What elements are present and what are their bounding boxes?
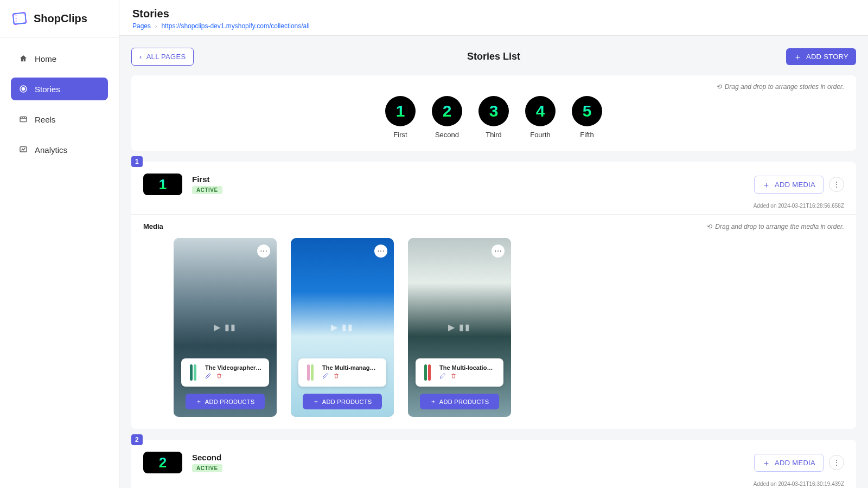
- plus-icon: ＋: [430, 397, 436, 406]
- plus-icon: ＋: [762, 181, 770, 189]
- nav-item-reels[interactable]: Reels: [11, 108, 108, 131]
- analytics-icon: [18, 145, 28, 155]
- product-thumb-icon: [420, 362, 435, 383]
- status-badge: ACTIVE: [192, 186, 222, 194]
- delete-product-button[interactable]: [333, 373, 340, 381]
- stories-list-title: Stories List: [467, 51, 520, 62]
- breadcrumb: Pages › https://shopclips-dev1.myshopify…: [132, 22, 855, 30]
- story-circle[interactable]: 3Third: [478, 96, 509, 139]
- stories-icon: [18, 84, 28, 94]
- chevron-right-icon: ›: [155, 23, 157, 29]
- all-pages-button[interactable]: ‹ ALL PAGES: [131, 48, 194, 66]
- story-circle[interactable]: 5Fifth: [572, 96, 602, 139]
- media-card[interactable]: ⋯ ▶ ▮▮ The Videographer…: [174, 238, 277, 417]
- nav-item-home[interactable]: Home: [11, 47, 108, 70]
- stories-hint-text: Drag and drop to arrange stories in orde…: [725, 83, 844, 91]
- media-grid: ⋯ ▶ ▮▮ The Videographer…: [143, 238, 844, 417]
- story-thumb: 1: [143, 174, 182, 195]
- sidebar-nav: Home Stories Reels Analytics: [0, 37, 119, 171]
- add-media-label: ADD MEDIA: [775, 459, 815, 467]
- story-index-badge: 1: [131, 156, 143, 167]
- nav-label: Reels: [35, 115, 55, 124]
- content-toolbar: ‹ ALL PAGES Stories List ＋ ADD STORY: [131, 48, 856, 66]
- logo-icon: [11, 10, 28, 27]
- nav-label: Stories: [35, 85, 60, 94]
- nav-label: Analytics: [35, 145, 67, 155]
- play-pause-icon: ▶ ▮▮: [331, 322, 354, 332]
- story-more-button[interactable]: ⋮: [829, 177, 844, 192]
- story-card: 2 2 Second ACTIVE ＋ ADD MEDIA: [131, 440, 856, 488]
- product-chip: The Multi-manag…: [298, 358, 386, 387]
- add-media-label: ADD MEDIA: [775, 181, 815, 189]
- add-media-button[interactable]: ＋ ADD MEDIA: [754, 176, 824, 194]
- sidebar: ShopClips Home Stories Reels Analytics: [0, 0, 119, 488]
- story-circle[interactable]: 4Fourth: [525, 96, 556, 139]
- plus-icon: ＋: [794, 53, 802, 61]
- media-more-button[interactable]: ⋯: [374, 245, 387, 258]
- add-products-button[interactable]: ＋ADD PRODUCTS: [420, 394, 499, 409]
- story-title: Second: [192, 453, 221, 462]
- product-chip: The Videographer…: [181, 358, 269, 387]
- page-title: Stories: [132, 8, 855, 20]
- nav-label: Home: [35, 54, 56, 63]
- media-more-button[interactable]: ⋯: [492, 245, 505, 258]
- media-label: Media: [143, 222, 163, 230]
- add-products-button[interactable]: ＋ADD PRODUCTS: [186, 394, 265, 409]
- media-more-button[interactable]: ⋯: [257, 245, 270, 258]
- product-title: The Videographer…: [205, 364, 265, 371]
- play-pause-icon: ▶ ▮▮: [214, 322, 237, 332]
- add-products-button[interactable]: ＋ADD PRODUCTS: [303, 394, 382, 409]
- delete-product-button[interactable]: [450, 373, 457, 381]
- main: Stories Pages › https://shopclips-dev1.m…: [119, 0, 868, 488]
- home-icon: [18, 54, 28, 63]
- stories-circle-panel: ⟲ Drag and drop to arrange stories in or…: [131, 75, 856, 151]
- svg-rect-1: [13, 13, 25, 24]
- delete-product-button[interactable]: [216, 373, 222, 381]
- reels-icon: [18, 114, 28, 124]
- add-story-button[interactable]: ＋ ADD STORY: [786, 48, 856, 65]
- drag-icon: ⟲: [716, 83, 722, 91]
- breadcrumb-current[interactable]: https://shopclips-dev1.myshopify.com/col…: [161, 22, 309, 30]
- edit-product-button[interactable]: [205, 373, 212, 381]
- product-title: The Multi-manag…: [322, 364, 382, 371]
- edit-product-button[interactable]: [439, 373, 446, 381]
- content-area: ‹ ALL PAGES Stories List ＋ ADD STORY ⟲ D…: [119, 36, 868, 488]
- add-story-label: ADD STORY: [806, 53, 848, 61]
- story-circle[interactable]: 2Second: [432, 96, 462, 139]
- dots-vertical-icon: ⋮: [833, 458, 840, 467]
- story-circles-row: 1First 2Second 3Third 4Fourth 5Fifth: [143, 96, 844, 139]
- svg-rect-0: [12, 12, 26, 25]
- media-card[interactable]: ⋯ ▶ ▮▮ The Multi-manag…: [291, 238, 394, 417]
- product-title: The Multi-locatio…: [439, 364, 499, 371]
- add-media-button[interactable]: ＋ ADD MEDIA: [754, 454, 824, 472]
- stories-hint: ⟲ Drag and drop to arrange stories in or…: [143, 83, 844, 91]
- chevron-left-icon: ‹: [139, 53, 142, 61]
- media-card[interactable]: ⋯ ▶ ▮▮ The Multi-locatio…: [408, 238, 511, 417]
- story-title: First: [192, 175, 210, 184]
- all-pages-label: ALL PAGES: [146, 53, 186, 61]
- app-logo: ShopClips: [0, 0, 119, 37]
- plus-icon: ＋: [313, 397, 319, 406]
- nav-item-analytics[interactable]: Analytics: [11, 138, 108, 161]
- product-chip: The Multi-locatio…: [416, 358, 503, 387]
- story-card: 1 1 First ACTIVE ＋ ADD MEDIA: [131, 162, 856, 429]
- edit-product-button[interactable]: [322, 373, 329, 381]
- play-pause-icon: ▶ ▮▮: [448, 322, 471, 332]
- story-added-on: Added on 2024-03-21T16:30:19.439Z: [131, 481, 856, 488]
- product-thumb-icon: [303, 362, 318, 383]
- plus-icon: ＋: [762, 459, 770, 467]
- page-header: Stories Pages › https://shopclips-dev1.m…: [119, 0, 868, 36]
- svg-point-6: [22, 87, 24, 90]
- story-thumb: 2: [143, 452, 182, 473]
- drag-icon: ⟲: [706, 223, 712, 230]
- status-badge: ACTIVE: [192, 464, 222, 472]
- nav-item-stories[interactable]: Stories: [11, 78, 108, 100]
- media-section: Media ⟲Drag and drop to arrange the medi…: [131, 215, 856, 429]
- dots-vertical-icon: ⋮: [833, 180, 840, 189]
- story-circle[interactable]: 1First: [385, 96, 416, 139]
- product-thumb-icon: [186, 362, 201, 383]
- svg-point-4: [16, 21, 17, 22]
- story-more-button[interactable]: ⋮: [829, 455, 844, 470]
- breadcrumb-root[interactable]: Pages: [132, 22, 151, 30]
- story-added-on: Added on 2024-03-21T16:28:56.658Z: [131, 203, 856, 215]
